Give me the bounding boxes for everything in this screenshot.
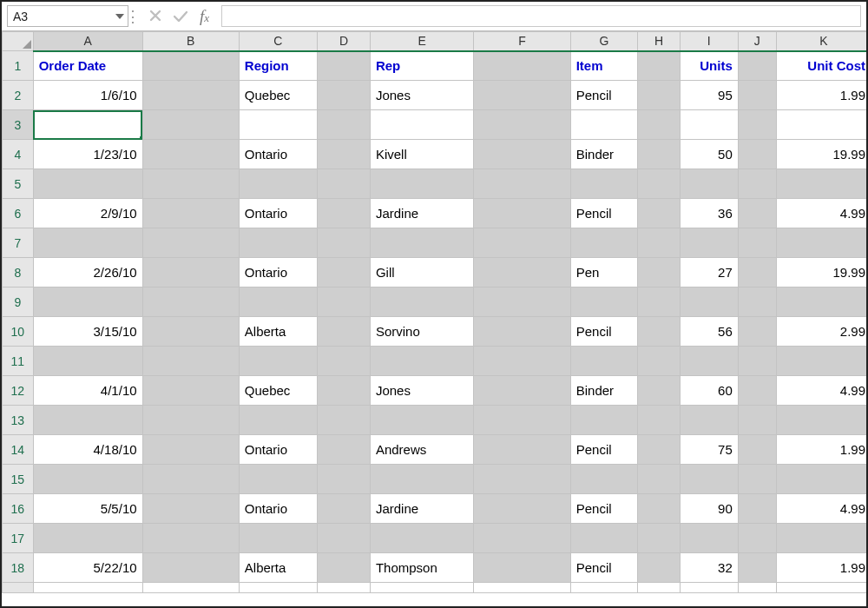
cell-B9[interactable] — [142, 287, 239, 317]
row-header-18[interactable]: 18 — [3, 553, 34, 583]
cell-H12[interactable] — [638, 376, 680, 406]
cell-G1[interactable]: Item — [570, 51, 638, 81]
cell-E1[interactable]: Rep — [370, 51, 474, 81]
cell-D10[interactable] — [318, 317, 371, 347]
cell-E17[interactable] — [370, 524, 474, 553]
cell-D14[interactable] — [318, 435, 371, 465]
cell-J16[interactable] — [738, 494, 776, 524]
cell-J18[interactable] — [738, 553, 776, 583]
cell-I14[interactable]: 75 — [680, 435, 738, 465]
cell-J4[interactable] — [738, 140, 776, 169]
cell-C7[interactable] — [239, 228, 317, 258]
cell-B17[interactable] — [142, 524, 239, 553]
cell-A10[interactable]: 3/15/10 — [33, 317, 142, 347]
cell-I10[interactable]: 56 — [680, 317, 738, 347]
cell-K15[interactable] — [776, 465, 866, 494]
cell-B19[interactable] — [142, 583, 239, 593]
cell-G16[interactable]: Pencil — [570, 494, 638, 524]
cell-H16[interactable] — [638, 494, 680, 524]
cell-I4[interactable]: 50 — [680, 140, 738, 169]
cell-F3[interactable] — [474, 110, 570, 140]
cell-J3[interactable] — [738, 110, 776, 140]
cell-I16[interactable]: 90 — [680, 494, 738, 524]
cell-B1[interactable] — [142, 51, 239, 81]
cell-K19[interactable] — [776, 583, 866, 593]
cell-I9[interactable] — [680, 287, 738, 317]
cell-B4[interactable] — [142, 140, 239, 169]
cell-F4[interactable] — [474, 140, 570, 169]
cell-G2[interactable]: Pencil — [570, 81, 638, 110]
col-header-B[interactable]: B — [142, 32, 239, 51]
cell-A3[interactable] — [33, 110, 142, 140]
cell-E9[interactable] — [370, 287, 474, 317]
cell-J19[interactable] — [738, 583, 776, 593]
cell-F7[interactable] — [474, 228, 570, 258]
cell-A6[interactable]: 2/9/10 — [33, 199, 142, 228]
select-all-corner[interactable] — [3, 32, 34, 51]
cell-D17[interactable] — [318, 524, 371, 553]
cell-F10[interactable] — [474, 317, 570, 347]
cell-H13[interactable] — [638, 406, 680, 435]
row-header-13[interactable]: 13 — [3, 406, 34, 435]
row-header-5[interactable]: 5 — [3, 169, 34, 199]
cell-I2[interactable]: 95 — [680, 81, 738, 110]
cell-B15[interactable] — [142, 465, 239, 494]
cell-B13[interactable] — [142, 406, 239, 435]
cell-E18[interactable]: Thompson — [370, 553, 474, 583]
cell-C1[interactable]: Region — [239, 51, 317, 81]
row-header-4[interactable]: 4 — [3, 140, 34, 169]
cell-F13[interactable] — [474, 406, 570, 435]
cell-K7[interactable] — [776, 228, 866, 258]
col-header-J[interactable]: J — [738, 32, 776, 51]
cell-E16[interactable]: Jardine — [370, 494, 474, 524]
cell-F19[interactable] — [474, 583, 570, 593]
row-header-8[interactable]: 8 — [3, 258, 34, 287]
cell-I3[interactable] — [680, 110, 738, 140]
cell-G15[interactable] — [570, 465, 638, 494]
cell-B18[interactable] — [142, 553, 239, 583]
cell-H15[interactable] — [638, 465, 680, 494]
cell-G6[interactable]: Pencil — [570, 199, 638, 228]
cell-C14[interactable]: Ontario — [239, 435, 317, 465]
row-header-7[interactable]: 7 — [3, 228, 34, 258]
cell-I12[interactable]: 60 — [680, 376, 738, 406]
cell-D8[interactable] — [318, 258, 371, 287]
cell-A8[interactable]: 2/26/10 — [33, 258, 142, 287]
col-header-G[interactable]: G — [570, 32, 638, 51]
cell-H18[interactable] — [638, 553, 680, 583]
cell-F6[interactable] — [474, 199, 570, 228]
cell-H19[interactable] — [638, 583, 680, 593]
cell-K14[interactable]: 1.99 — [776, 435, 866, 465]
cell-B6[interactable] — [142, 199, 239, 228]
cell-I17[interactable] — [680, 524, 738, 553]
cell-K17[interactable] — [776, 524, 866, 553]
row-header-19[interactable] — [3, 583, 34, 593]
cell-B12[interactable] — [142, 376, 239, 406]
row-header-12[interactable]: 12 — [3, 376, 34, 406]
cell-F16[interactable] — [474, 494, 570, 524]
cell-J15[interactable] — [738, 465, 776, 494]
cell-B16[interactable] — [142, 494, 239, 524]
cell-K16[interactable]: 4.99 — [776, 494, 866, 524]
cell-F5[interactable] — [474, 169, 570, 199]
cell-A1[interactable]: Order Date — [33, 51, 142, 81]
cell-C15[interactable] — [239, 465, 317, 494]
cell-B11[interactable] — [142, 347, 239, 376]
cell-G9[interactable] — [570, 287, 638, 317]
cell-A18[interactable]: 5/22/10 — [33, 553, 142, 583]
cell-D11[interactable] — [318, 347, 371, 376]
cell-J17[interactable] — [738, 524, 776, 553]
cell-J2[interactable] — [738, 81, 776, 110]
name-box[interactable]: A3 — [7, 5, 128, 27]
col-header-A[interactable]: A — [33, 32, 142, 51]
cell-F18[interactable] — [474, 553, 570, 583]
cell-D3[interactable] — [318, 110, 371, 140]
cell-G11[interactable] — [570, 347, 638, 376]
cell-F14[interactable] — [474, 435, 570, 465]
cell-D4[interactable] — [318, 140, 371, 169]
cell-J13[interactable] — [738, 406, 776, 435]
cell-D16[interactable] — [318, 494, 371, 524]
cell-C16[interactable]: Ontario — [239, 494, 317, 524]
cell-A2[interactable]: 1/6/10 — [33, 81, 142, 110]
cell-D18[interactable] — [318, 553, 371, 583]
